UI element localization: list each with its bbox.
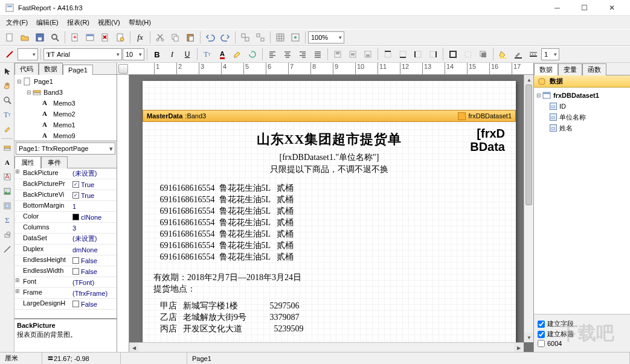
report-row[interactable]: 6916168616554 鲁花花生油5L 贰桶 <box>153 206 505 217</box>
frame-style-button[interactable] <box>526 47 541 62</box>
property-row[interactable]: ColorclNone <box>14 212 117 223</box>
report-row[interactable]: 6916168616554 鲁花花生油5L 贰桶 <box>153 252 505 263</box>
zoom-tool[interactable] <box>1 94 14 107</box>
report-row[interactable]: 6916168616554 鲁花花生油5L 贰桶 <box>153 217 505 228</box>
scroll-thumb[interactable] <box>526 85 532 205</box>
shape-tool[interactable] <box>1 228 14 241</box>
tab-events[interactable]: 事件 <box>41 156 68 168</box>
ungroup-button[interactable] <box>253 30 268 45</box>
rtab-vars[interactable]: 变量 <box>558 63 582 75</box>
object-tree[interactable]: ⊟Page1⊟Band3AMemo3AMemo2AMemo1AMemo9 <box>14 75 117 141</box>
property-row[interactable]: BottomMargin1 <box>14 201 117 212</box>
store-row[interactable]: 丙店 开发区文化大道 5239509 <box>153 324 505 334</box>
tree-item[interactable]: AMemo3 <box>16 98 115 109</box>
report-row[interactable]: 6916168616554 鲁花花生油5L 贰桶 <box>153 183 505 194</box>
band-tool[interactable] <box>1 141 14 155</box>
design-canvas[interactable]: MasterData: Band3 frxDBDataset1 [frxDBDa… <box>129 75 533 352</box>
property-row[interactable]: ⊞BackPicture(未设置) <box>14 168 117 179</box>
page-settings-button[interactable] <box>113 30 127 45</box>
menu-help[interactable]: 帮助(H) <box>125 17 155 28</box>
line-tool[interactable] <box>1 243 14 256</box>
cut-button[interactable] <box>153 30 167 45</box>
report-page[interactable]: MasterData: Band3 frxDBDataset1 [frxDBDa… <box>143 81 516 352</box>
report-addr[interactable]: 提货地点： <box>153 284 505 295</box>
font-color-button[interactable]: A <box>215 47 230 62</box>
zoom-combo[interactable]: 100% <box>308 31 344 43</box>
align-right-button[interactable] <box>295 47 310 62</box>
report-expiry[interactable]: 有效期：2018年2月7日—2018年3月24日 <box>153 272 505 283</box>
italic-button[interactable]: I <box>165 47 179 62</box>
property-row[interactable]: DuplexdmNone <box>14 244 117 255</box>
new-dialog-button[interactable] <box>83 30 97 45</box>
align-center-button[interactable] <box>280 47 295 62</box>
fill-color-button[interactable] <box>496 47 510 62</box>
frame-color-button[interactable] <box>511 47 526 62</box>
property-row[interactable]: ⊞Frame(TfrxFrame) <box>14 288 117 299</box>
text-tool[interactable]: TT <box>1 108 14 121</box>
report-row[interactable]: 6916168616554 鲁花花生油5L 贰桶 <box>153 194 505 205</box>
menu-report[interactable]: 报表(R) <box>63 17 93 28</box>
subreport-tool[interactable] <box>1 199 14 212</box>
paste-button[interactable] <box>183 30 198 45</box>
data-option[interactable]: 6004 <box>538 340 626 347</box>
ruler-horizontal[interactable]: 1234567891011121314151617 <box>117 63 533 75</box>
store-row[interactable]: 甲店 新城写字楼1楼 5297506 <box>153 301 505 311</box>
variables-button[interactable]: fx <box>133 30 147 45</box>
maximize-button[interactable]: ☐ <box>571 0 598 16</box>
frame-width-combo[interactable]: 1 <box>541 48 559 60</box>
rotate-button[interactable] <box>245 47 260 62</box>
style-combo[interactable] <box>18 48 38 60</box>
menu-edit[interactable]: 编辑(E) <box>33 17 62 28</box>
ruler-vertical[interactable] <box>117 75 129 352</box>
property-row[interactable]: DataSet(未设置) <box>14 234 117 244</box>
menu-view[interactable]: 视图(V) <box>94 17 124 28</box>
frame-right-button[interactable] <box>426 47 440 62</box>
vscrollbar[interactable]: ▲ ▼ <box>524 75 533 342</box>
grid-button[interactable] <box>273 30 288 45</box>
sum-tool[interactable]: Σ <box>1 214 14 227</box>
hscrollbar[interactable]: ◀ ▶ <box>129 342 524 352</box>
open-button[interactable] <box>18 30 32 45</box>
tree-item[interactable]: ⊟Page1 <box>16 76 115 87</box>
property-row[interactable]: EndlessWidthFalse <box>14 266 117 277</box>
valign-top-button[interactable] <box>330 47 345 62</box>
store-row[interactable]: 乙店 老城解放大街9号 3379087 <box>153 312 505 323</box>
align-justify-button[interactable] <box>310 47 325 62</box>
hand-tool[interactable] <box>1 79 14 92</box>
data-field[interactable]: ▭单位名称 <box>536 112 628 123</box>
tab-data[interactable]: 数据 <box>39 63 63 75</box>
fontsize-combo[interactable]: 10 <box>123 48 144 60</box>
scroll-right-button[interactable]: ▶ <box>514 343 524 352</box>
align-left-button[interactable] <box>265 47 280 62</box>
underline-button[interactable]: U <box>180 47 194 62</box>
menu-file[interactable]: 文件(F) <box>2 17 31 28</box>
new-page-button[interactable]: + <box>68 30 82 45</box>
sysmemo-tool[interactable]: A <box>1 170 14 184</box>
scroll-up-button[interactable]: ▲ <box>524 75 533 85</box>
report-row[interactable]: 6916168616554 鲁花花生油5L 贰桶 <box>153 229 505 240</box>
select-tool[interactable] <box>1 65 14 78</box>
tab-code[interactable]: 代码 <box>14 63 39 75</box>
property-row[interactable]: ⊞Font(TFont) <box>14 277 117 288</box>
memo-tool[interactable]: A <box>1 156 14 169</box>
font-combo[interactable]: TT Arial <box>43 48 122 60</box>
frame-none-button[interactable] <box>461 47 475 62</box>
tab-page1[interactable]: Page1 <box>63 65 93 75</box>
new-button[interactable] <box>2 30 17 45</box>
highlight-button[interactable] <box>230 47 245 62</box>
tree-item[interactable]: ⊟Band3 <box>16 87 115 98</box>
bold-button[interactable]: B <box>150 47 164 62</box>
property-row[interactable]: LargeDesignHFalse <box>14 299 117 310</box>
report-sub1[interactable]: [frxDBDataset1."单位名称"] <box>153 152 505 163</box>
copy-button[interactable] <box>168 30 182 45</box>
memo-field[interactable]: [frxDBData <box>470 127 505 153</box>
no-style-button[interactable] <box>2 47 17 62</box>
valign-middle-button[interactable] <box>346 47 360 62</box>
band-header[interactable]: MasterData: Band3 frxDBDataset1 <box>143 110 516 122</box>
undo-button[interactable] <box>203 30 217 45</box>
tab-props[interactable]: 属性 <box>14 156 41 168</box>
data-field[interactable]: ▭ID <box>536 101 628 112</box>
report-title[interactable]: 山东XX集团超市提货单 <box>153 130 505 148</box>
property-grid[interactable]: ⊞BackPicture(未设置)BackPicturePr✓TrueBackP… <box>14 168 117 318</box>
frame-all-button[interactable] <box>446 47 460 62</box>
